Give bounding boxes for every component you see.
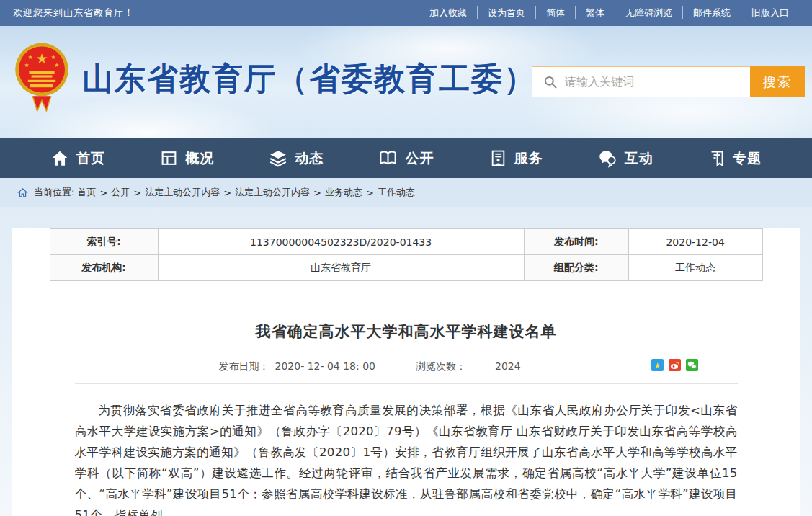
breadcrumb-separator: > [223,187,231,198]
table-row: 索引号: 11370000004502323D/2020-01433 发布时间:… [50,229,762,255]
overview-icon [160,149,178,167]
share-icons: ★ [651,359,698,371]
search-input[interactable] [565,67,750,97]
nav-label: 动态 [295,149,324,168]
meta-value-index: 11370000004502323D/2020-01433 [158,229,524,255]
table-row: 发布机构: 山东省教育厅 组配分类: 工作动态 [50,255,762,281]
svg-text:★: ★ [50,54,55,61]
topbar-link-traditional[interactable]: 繁体 [575,6,615,19]
meta-value-category: 工作动态 [628,255,762,281]
breadcrumb-item-home[interactable]: 首页 [77,186,96,199]
svg-text:★: ★ [653,361,661,370]
welcome-text: 欢迎您来到山东省教育厅！ [13,6,134,19]
news-stack-icon [269,149,287,168]
search-button[interactable]: 搜索 [750,66,805,97]
svg-text:★: ★ [54,62,59,68]
views-label: 浏览次数： [416,360,466,372]
site-title: 山东省教育厅（省委教育工委） [82,58,536,100]
nav-label: 概况 [185,149,214,168]
nav-item-service[interactable]: 服务 [489,149,543,168]
nav-label: 互动 [625,149,653,168]
meta-label-category: 组配分类: [524,255,628,281]
main-nav: 首页 概况 动态 公开 服务 [0,138,812,178]
nav-label: 专题 [733,149,762,168]
home-outline-icon [17,187,28,198]
breadcrumb-separator: > [313,187,321,198]
svg-text:★: ★ [35,50,48,67]
breadcrumb-item-work[interactable]: 工作动态 [378,186,415,199]
meta-label-pubtime: 发布时间: [524,229,628,255]
topbar-link-favorite[interactable]: 加入收藏 [419,6,477,19]
topbar-link-mail[interactable]: 邮件系统 [682,6,741,19]
topbar-link-accessibility[interactable]: 无障碍浏览 [615,6,682,19]
meta-label-agency: 发布机构: [50,255,158,281]
nav-item-home[interactable]: 首页 [50,149,105,168]
topbar-link-simplified[interactable]: 简体 [535,6,575,19]
home-icon [50,149,69,168]
breadcrumb-separator: > [99,187,107,198]
article-paragraph: 为贯彻落实省委省政府关于推进全省高等教育高质量发展的决策部署，根据《山东省人民政… [75,400,738,516]
svg-text:★: ★ [24,62,30,68]
breadcrumb-prefix: 当前位置: [34,186,74,199]
qzone-share-icon[interactable]: ★ [651,359,664,371]
content-card: 索引号: 11370000004502323D/2020-01433 发布时间:… [12,228,800,516]
publish-date-value: 2020- 12- 04 18: 00 [275,360,376,372]
service-doc-icon [489,149,507,167]
wechat-share-icon[interactable] [686,359,698,371]
meta-label-index: 索引号: [50,229,158,255]
document-meta-table: 索引号: 11370000004502323D/2020-01433 发布时间:… [50,228,763,281]
nav-item-overview[interactable]: 概况 [160,149,214,168]
breadcrumb-separator: > [366,187,374,198]
breadcrumb-item-open[interactable]: 公开 [111,186,130,199]
breadcrumb-item-statutory-2[interactable]: 法定主动公开内容 [235,186,310,199]
article-body: 为贯彻落实省委省政府关于推进全省高等教育高质量发展的决策部署，根据《山东省人民政… [75,400,738,516]
breadcrumb-separator: > [133,187,141,198]
article-meta: 发布日期：2020- 12- 04 18: 00浏览次数：2024 ★ [75,360,738,384]
nav-label: 首页 [76,149,105,168]
meta-value-agency: 山东省教育厅 [158,255,524,281]
svg-text:★: ★ [27,54,32,61]
weibo-share-icon[interactable] [669,359,681,371]
breadcrumb: 当前位置: 首页 > 公开 > 法定主动公开内容 > 法定主动公开内容 > 业务… [0,178,812,207]
meta-value-pubtime: 2020-12-04 [628,229,762,255]
nav-label: 公开 [405,149,434,168]
breadcrumb-item-business[interactable]: 业务动态 [325,186,362,199]
article: 我省确定高水平大学和高水平学科建设名单 发布日期：2020- 12- 04 18… [75,321,738,516]
topbar-links: 加入收藏 设为首页 简体 繁体 无障碍浏览 邮件系统 旧版入口 [419,6,799,19]
topbar-link-homepage[interactable]: 设为首页 [477,6,535,19]
search-icon [543,75,558,89]
search-box: 搜索 [532,66,805,97]
china-national-emblem-icon: ★ ★ ★ ★ ★ [13,42,71,117]
brand: ★ ★ ★ ★ ★ 山东省教育厅（省委教育工委） [13,42,536,117]
topics-doc-icon [708,150,726,167]
site-header: ★ ★ ★ ★ ★ 山东省教育厅（省委教育工委） 搜索 [0,26,812,138]
topbar-link-oldsite[interactable]: 旧版入口 [741,6,799,19]
publish-date-label: 发布日期： [219,360,269,372]
article-title: 我省确定高水平大学和高水平学科建设名单 [75,321,738,342]
topbar: 欢迎您来到山东省教育厅！ 加入收藏 设为首页 简体 繁体 无障碍浏览 邮件系统 … [0,0,812,26]
chat-bubbles-icon [598,148,617,168]
views-value: 2024 [495,360,521,372]
nav-item-topics[interactable]: 专题 [708,149,762,168]
nav-item-open[interactable]: 公开 [378,148,434,168]
open-book-icon [378,148,398,168]
nav-item-interact[interactable]: 互动 [598,148,653,168]
breadcrumb-item-statutory-1[interactable]: 法定主动公开内容 [145,186,220,199]
nav-item-news[interactable]: 动态 [269,149,324,168]
nav-label: 服务 [514,149,543,168]
